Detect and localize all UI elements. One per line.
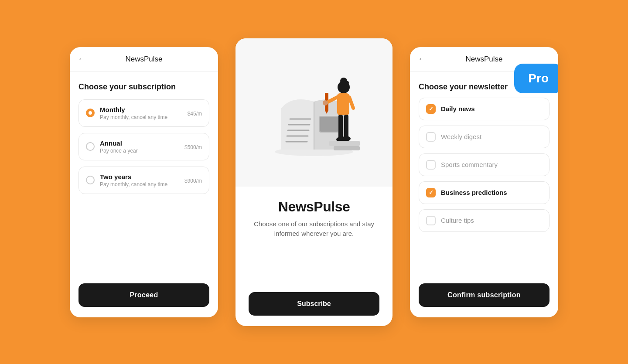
radio-annual (86, 142, 95, 151)
newsletter-title: NewsPulse (419, 55, 550, 64)
app-tagline: Choose one of our subscriptions and stay… (249, 219, 379, 239)
svg-point-22 (342, 136, 351, 141)
subscribe-button[interactable]: Subscribe (249, 292, 379, 316)
checkbox-daily-news (426, 104, 436, 114)
option-business-predictions[interactable]: Business predictions (419, 181, 550, 204)
radio-twoyears (86, 176, 95, 184)
checkbox-culture-tips (426, 216, 436, 225)
svg-point-14 (345, 81, 349, 85)
plan-annual-price: $500/m (184, 142, 202, 151)
svg-rect-8 (320, 117, 338, 132)
newsletter-body: Choose your newsletter Daily news Weekly… (410, 72, 558, 279)
svg-rect-19 (338, 115, 343, 139)
newsletter-back-button[interactable]: ← (418, 54, 426, 64)
checkbox-business-predictions (426, 188, 436, 197)
card1-title: NewsPulse (125, 55, 162, 64)
label-business-predictions: Business predictions (441, 189, 507, 196)
plan-monthly-name: Monthly (100, 106, 182, 113)
illustration-area (236, 38, 392, 187)
app-name: NewsPulse (278, 199, 350, 215)
plan-twoyears-unit: /m (196, 178, 202, 184)
subscription-card: ← NewsPulse Choose your subscription Mon… (70, 47, 218, 317)
newsletter-card: Pro ← NewsPulse Choose your newsletter D… (410, 47, 558, 317)
plan-monthly-info: Monthly Pay monthly, cancel any time (100, 106, 182, 120)
checkbox-weekly-digest (426, 132, 436, 142)
label-culture-tips: Culture tips (441, 217, 474, 224)
plan-twoyears-price: $900/m (184, 176, 202, 185)
plan-monthly-desc: Pay monthly, cancel any time (100, 114, 182, 120)
label-daily-news: Daily news (441, 105, 475, 112)
plan-annual-name: Annual (100, 139, 179, 147)
label-sports-commentary: Sports commentary (441, 161, 498, 168)
plan-annual-unit: /m (196, 144, 202, 150)
newsletter-footer: Confirm subscription (410, 279, 558, 317)
plan-twoyears-desc: Pay monthly, cancel any time (100, 181, 179, 187)
option-sports-commentary[interactable]: Sports commentary (419, 153, 550, 176)
svg-line-17 (349, 97, 353, 108)
plan-annual-desc: Pay once a year (100, 148, 179, 154)
svg-point-18 (323, 100, 328, 105)
plan-annual[interactable]: Annual Pay once a year $500/m (78, 133, 209, 160)
option-culture-tips[interactable]: Culture tips (419, 209, 550, 232)
landing-content: NewsPulse Choose one of our subscription… (236, 187, 392, 326)
checkbox-sports-commentary (426, 160, 436, 170)
svg-rect-15 (337, 93, 349, 115)
plan-twoyears-name: Two years (100, 173, 179, 180)
svg-rect-24 (334, 146, 360, 150)
pro-badge: Pro (514, 64, 558, 93)
plan-twoyears-info: Two years Pay monthly, cancel any time (100, 173, 179, 187)
landing-card: NewsPulse Choose one of our subscription… (236, 38, 392, 326)
plan-monthly[interactable]: Monthly Pay monthly, cancel any time $45… (78, 99, 209, 127)
card1-body: Choose your subscription Monthly Pay mon… (70, 72, 218, 276)
book-illustration (257, 51, 371, 173)
radio-monthly (86, 109, 95, 117)
subscription-section-title: Choose your subscription (78, 82, 209, 92)
plan-annual-info: Annual Pay once a year (100, 139, 179, 154)
proceed-button[interactable]: Proceed (78, 283, 209, 307)
option-daily-news[interactable]: Daily news (419, 98, 550, 120)
card1-header: ← NewsPulse (70, 47, 218, 72)
back-button[interactable]: ← (78, 54, 85, 64)
svg-rect-23 (329, 141, 360, 146)
label-weekly-digest: Weekly digest (441, 133, 481, 140)
plan-twoyears[interactable]: Two years Pay monthly, cancel any time $… (78, 167, 209, 194)
plan-monthly-price: $45/m (188, 109, 202, 118)
card1-footer: Proceed (70, 276, 218, 317)
plan-monthly-unit: /m (196, 111, 202, 117)
svg-rect-20 (344, 115, 348, 139)
confirm-subscription-button[interactable]: Confirm subscription (419, 283, 550, 307)
option-weekly-digest[interactable]: Weekly digest (419, 126, 550, 148)
